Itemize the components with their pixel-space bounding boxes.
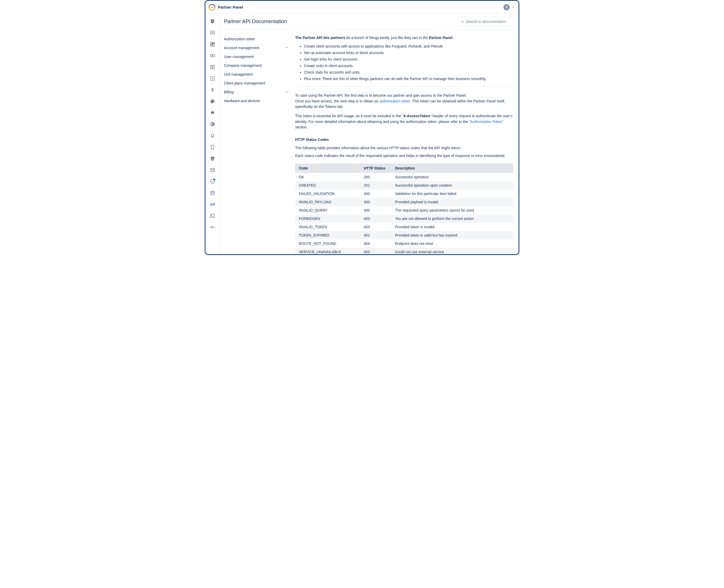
basketball-icon — [210, 122, 215, 128]
toc-label: Unit management — [224, 72, 253, 77]
shield-user-nav[interactable] — [208, 154, 217, 164]
para-token: This token is essential for API usage, a… — [295, 113, 513, 130]
table-row: FAILED_VALIDATION400Validation for this … — [295, 189, 513, 198]
calendar-nav[interactable]: 21 — [208, 188, 217, 198]
intro-bullet: Create units in client accounts. — [304, 63, 513, 69]
key-icon — [210, 225, 215, 231]
content: The Partner API lets partners do a bunch… — [295, 29, 519, 254]
cell-code: TOKEN_EXPIRED — [295, 231, 360, 239]
cell-status: 403 — [360, 214, 391, 223]
svg-rect-7 — [213, 42, 214, 43]
dollar-nav[interactable] — [208, 85, 217, 95]
svg-rect-8 — [213, 44, 214, 46]
p2-pre: This token is essential for API usage, a… — [295, 114, 404, 118]
invoice-icon: $ — [210, 76, 215, 82]
svg-point-23 — [213, 113, 214, 113]
table-row: FORBIDDEN403You are not allowed to perfo… — [295, 214, 513, 223]
toc-item-account-management[interactable]: Account management — [220, 43, 293, 52]
table-row: INVALID_QUERY400The requested query para… — [295, 206, 513, 214]
api-icon: API — [210, 202, 215, 207]
toc-label: Client plans management — [224, 81, 265, 85]
dollar-icon — [210, 87, 215, 93]
cell-desc: Provided token is valid but has expired — [391, 231, 513, 239]
car-nav[interactable] — [208, 108, 217, 118]
toc-item-user-management[interactable]: User management — [220, 52, 293, 61]
topbar: Partner Panel V — [205, 1, 519, 14]
svg-point-45 — [211, 226, 212, 228]
chevron-down-icon — [285, 90, 288, 94]
intro-bullet: Plus more: There are lots of other thing… — [304, 76, 513, 82]
authorization-token-section-link[interactable]: "Authorization Token" — [469, 120, 503, 124]
p2-post: section. — [295, 125, 308, 129]
intro-bullet: Create client accounts with access to ap… — [304, 44, 513, 49]
page-title: Partner API Documentation — [224, 18, 287, 24]
invoice-nav[interactable]: $ — [208, 74, 217, 83]
toc-item-billing[interactable]: Billing — [220, 88, 293, 97]
cell-desc: Could not use external service — [391, 248, 513, 254]
intro-mid: do a bunch of things easily, just like t… — [345, 36, 429, 40]
toc-label: Billing — [224, 90, 233, 94]
news-nav[interactable] — [208, 63, 217, 72]
toc-label: Hardware and devices — [224, 99, 260, 103]
chevron-down-icon[interactable] — [511, 5, 515, 9]
page-header: Partner API Documentation — [220, 14, 519, 29]
intro-bullet: Set up automatic account locks or block … — [304, 50, 513, 56]
cell-desc: Endpoint does not exist — [391, 239, 513, 248]
toc-item-company-management[interactable]: Company management — [220, 61, 293, 70]
svg-point-49 — [461, 21, 463, 22]
status-intro-1: The following table provides information… — [295, 145, 513, 151]
cell-status: 404 — [360, 239, 391, 248]
basketball-nav[interactable] — [208, 120, 217, 129]
cell-status: 401 — [360, 231, 391, 239]
cell-status: 503 — [360, 248, 391, 254]
table-row: ROUTE_NOT_FOUND404Endpoint does not exis… — [295, 239, 513, 248]
payment-nav[interactable] — [208, 51, 217, 61]
dashboard-nav[interactable] — [208, 40, 217, 49]
table-row: INVALID_TOKEN403Provided token is invali… — [295, 223, 513, 231]
intro-bullets: Create client accounts with access to ap… — [304, 44, 513, 82]
toc-label: User management — [224, 55, 254, 59]
toc-item-client-plans-management[interactable]: Client plans management — [220, 79, 293, 88]
chevron-down-icon — [285, 46, 288, 50]
search-input[interactable] — [466, 20, 512, 24]
svg-point-20 — [213, 100, 213, 100]
table-row: TOKEN_EXPIRED401Provided token is valid … — [295, 231, 513, 239]
authorization-token-link[interactable]: authorization token — [380, 99, 410, 103]
toc-label: Company management — [224, 63, 262, 68]
terminal-nav[interactable] — [208, 211, 217, 221]
cell-status: 400 — [360, 189, 391, 198]
svg-text:$: $ — [212, 77, 213, 80]
toc-item-authorization-token[interactable]: Authorization token — [220, 35, 293, 43]
api-nav[interactable]: API — [208, 200, 217, 209]
palette-icon — [210, 99, 215, 105]
svg-rect-25 — [211, 145, 214, 149]
cell-desc: Successful operation upon creation — [391, 181, 513, 189]
svg-point-22 — [211, 113, 212, 113]
intro-bold-1: The Partner API lets partners — [295, 36, 345, 40]
cell-code: SERVICE_UNAVAILABLE — [295, 248, 360, 254]
mail-nav[interactable] — [208, 166, 217, 175]
brand-name: Partner Panel — [218, 5, 243, 9]
search-box[interactable] — [458, 17, 514, 26]
shield-user-icon — [210, 156, 215, 162]
cell-status: 403 — [360, 223, 391, 231]
toc-item-unit-management[interactable]: Unit management — [220, 70, 293, 79]
intro-end: : — [453, 36, 454, 40]
toc-item-hardware-and-devices[interactable]: Hardware and devices — [220, 97, 293, 105]
notification-dot — [213, 178, 215, 181]
shield-settings-nav[interactable] — [208, 17, 217, 26]
svg-point-18 — [211, 101, 212, 101]
nav-rail: $21API — [205, 14, 220, 254]
chart-nav[interactable] — [208, 28, 217, 38]
th-desc: Description — [391, 164, 513, 173]
key-nav[interactable] — [208, 223, 217, 232]
palette-nav[interactable] — [208, 97, 217, 106]
cell-status: 200 — [360, 173, 391, 181]
info-nav[interactable] — [208, 177, 217, 186]
svg-point-11 — [212, 55, 213, 56]
avatar[interactable]: V — [503, 4, 510, 10]
table-row: OK200Successful operation — [295, 173, 513, 181]
bell-nav[interactable] — [208, 131, 217, 141]
building-nav[interactable] — [208, 143, 217, 152]
p1b-pre: Once you have access, the next step is t… — [295, 99, 380, 103]
